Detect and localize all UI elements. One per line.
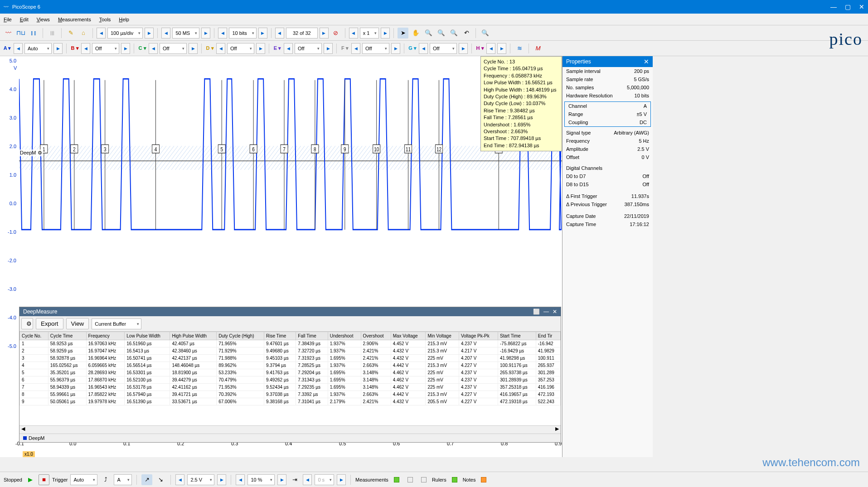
trigger-level-prev[interactable]: ◀ xyxy=(175,474,184,485)
zoom-fit-icon[interactable]: 🔍 xyxy=(448,28,459,39)
scope-view[interactable]: V 5.04.03.02.01.00.0-1.0-2.0-3.0-4.0-5.0… xyxy=(0,56,562,457)
zoom-out-icon[interactable]: 🔍 xyxy=(436,28,446,39)
ch-d-next[interactable]: ▶ xyxy=(256,43,265,54)
dm-column-header[interactable]: Start Time xyxy=(498,332,536,340)
table-row[interactable]: 950.05061 µs19.97978 kHz16.51390 µs33.53… xyxy=(20,398,561,405)
hand-icon[interactable]: ✋ xyxy=(410,28,421,39)
dm-column-header[interactable]: Voltage Pk-Pk xyxy=(459,332,498,340)
gear-icon[interactable]: ⚙ xyxy=(38,150,42,156)
wand-icon[interactable]: ✎ xyxy=(65,28,76,39)
bits-prev[interactable]: ◀ xyxy=(218,28,227,39)
ch-g-prev[interactable]: ◀ xyxy=(419,43,428,54)
ch-e-next[interactable]: ▶ xyxy=(324,43,333,54)
dm-buffer-select[interactable]: Current Buffer xyxy=(92,318,141,329)
menu-measurements[interactable]: Measurements xyxy=(58,17,91,22)
pretrigger-next[interactable]: ▶ xyxy=(277,474,286,485)
ch-f-range[interactable]: Off xyxy=(362,43,389,54)
dm-column-header[interactable]: Duty Cycle (High) xyxy=(217,332,264,340)
dm-table[interactable]: Cycle No.Cycle TimeFrequencyLow Pulse Wi… xyxy=(19,332,561,425)
timebase-next[interactable]: ▶ xyxy=(145,28,154,39)
ch-e-range[interactable]: Off xyxy=(295,43,322,54)
samples-prev[interactable]: ◀ xyxy=(161,28,170,39)
dm-close-icon[interactable]: ✕ xyxy=(553,309,557,315)
ch-c-next[interactable]: ▶ xyxy=(189,43,198,54)
rulers-icon[interactable] xyxy=(449,474,460,485)
ch-a-range[interactable]: Auto xyxy=(24,43,52,54)
properties-header[interactable]: Properties ✕ xyxy=(563,56,653,67)
zoom-window-icon[interactable]: 🔍 xyxy=(480,28,490,39)
dm-column-header[interactable]: Cycle Time xyxy=(48,332,86,340)
pointer-icon[interactable]: ➤ xyxy=(398,28,408,39)
ch-b-range[interactable]: Off xyxy=(92,43,119,54)
samples-select[interactable]: 50 MS xyxy=(172,28,199,39)
ch-f-next[interactable]: ▶ xyxy=(391,43,400,54)
table-row[interactable]: 158.9253 µs16.97063 kHz16.51960 µs42.405… xyxy=(20,340,561,347)
home-icon[interactable]: ⌂ xyxy=(78,28,89,39)
ch-b-next[interactable]: ▶ xyxy=(121,43,130,54)
add-measurement-icon[interactable] xyxy=(391,474,402,485)
ch-f-prev[interactable]: ◀ xyxy=(351,43,360,54)
rising-edge-icon[interactable]: ↗ xyxy=(141,474,152,485)
deepmeasure-title-bar[interactable]: DeepMeasure ⬜ — ✕ xyxy=(19,307,561,316)
edit-measurement-icon[interactable] xyxy=(405,474,416,485)
buffer-display[interactable]: 32 of 32 xyxy=(286,28,318,39)
ch-g-range[interactable]: Off xyxy=(430,43,457,54)
close-button[interactable]: ✕ xyxy=(859,3,864,10)
zoom-prev[interactable]: ◀ xyxy=(349,28,358,39)
ch-b-prev[interactable]: ◀ xyxy=(81,43,90,54)
ch-h-prev[interactable]: ◀ xyxy=(486,43,495,54)
ch-g-next[interactable]: ▶ xyxy=(459,43,468,54)
dm-column-header[interactable]: Max Voltage xyxy=(391,332,426,340)
samples-next[interactable]: ▶ xyxy=(201,28,210,39)
trigger-level-next[interactable]: ▶ xyxy=(217,474,226,485)
table-row[interactable]: 258.9259 µs16.97047 kHz16.5413 µs42.3846… xyxy=(20,347,561,355)
delay[interactable]: 0 s xyxy=(315,474,334,485)
channel-h-label[interactable]: H ▾ xyxy=(475,43,485,54)
table-row[interactable]: 855.99661 µs17.85822 kHz16.57940 µs39.41… xyxy=(20,391,561,398)
channel-f-label[interactable]: F ▾ xyxy=(340,43,349,54)
notes-icon[interactable] xyxy=(478,474,489,485)
table-row[interactable]: 758.94339 µs16.96543 kHz16.53178 µs42.41… xyxy=(20,384,561,391)
buffer-prev[interactable]: ◀ xyxy=(275,28,284,39)
table-row[interactable]: 4165.02562 µs6.059665 kHz16.56514 µs148.… xyxy=(20,362,561,369)
menu-tools[interactable]: Tools xyxy=(99,17,111,22)
ch-e-prev[interactable]: ◀ xyxy=(284,43,293,54)
dm-column-header[interactable]: Cycle No. xyxy=(20,332,48,340)
dm-column-header[interactable]: Overshoot xyxy=(361,332,391,340)
dm-column-header[interactable]: Fall Time xyxy=(296,332,328,340)
trigger-level[interactable]: 2.5 V xyxy=(187,474,214,485)
pretrigger-prev[interactable]: ◀ xyxy=(236,474,245,485)
menu-help[interactable]: Help xyxy=(119,17,129,22)
bits-next[interactable]: ▶ xyxy=(258,28,267,39)
timebase-prev[interactable]: ◀ xyxy=(97,28,106,39)
ch-d-prev[interactable]: ◀ xyxy=(216,43,225,54)
trigger-mode-select[interactable]: Auto xyxy=(70,474,97,485)
digital-icon[interactable]: ≋ xyxy=(514,43,525,54)
trigger-edge-icon[interactable]: ⤴ xyxy=(100,474,111,485)
dm-view-button[interactable]: View xyxy=(66,318,89,329)
ch-a-prev[interactable]: ◀ xyxy=(14,43,23,54)
pretrigger-icon[interactable]: ⇥ xyxy=(289,474,300,485)
spectrum-mode-icon[interactable]: ⫿⫿ xyxy=(28,28,39,39)
remove-measurement-icon[interactable] xyxy=(418,474,429,485)
menu-file[interactable]: File xyxy=(4,17,12,22)
falling-edge-icon[interactable]: ↘ xyxy=(155,474,166,485)
trigger-channel-select[interactable]: A xyxy=(114,474,132,485)
properties-close-icon[interactable]: ✕ xyxy=(644,58,649,65)
dm-column-header[interactable]: High Pulse Width xyxy=(170,332,217,340)
math-icon[interactable]: M xyxy=(533,43,543,54)
menu-edit[interactable]: Edit xyxy=(20,17,29,22)
zoom-in-icon[interactable]: 🔍 xyxy=(423,28,434,39)
ch-c-prev[interactable]: ◀ xyxy=(149,43,158,54)
dm-column-header[interactable]: Undershoot xyxy=(328,332,361,340)
table-row[interactable]: 535.35201 µs28.28693 kHz16.53301 µs18.81… xyxy=(20,369,561,376)
channel-g-label[interactable]: G ▾ xyxy=(408,43,417,54)
persistence-mode-icon[interactable]: ⊓⊔ xyxy=(15,28,26,39)
dm-horizontal-scrollbar[interactable]: ◀ ▶ xyxy=(19,425,561,434)
zoom-next[interactable]: ▶ xyxy=(381,28,390,39)
dm-export-button[interactable]: Export xyxy=(36,318,63,329)
ch-c-range[interactable]: Off xyxy=(160,43,187,54)
dm-column-header[interactable]: Low Pulse Width xyxy=(125,332,170,340)
maximize-button[interactable]: ▢ xyxy=(845,3,851,10)
dm-column-header[interactable]: Min Voltage xyxy=(426,332,459,340)
